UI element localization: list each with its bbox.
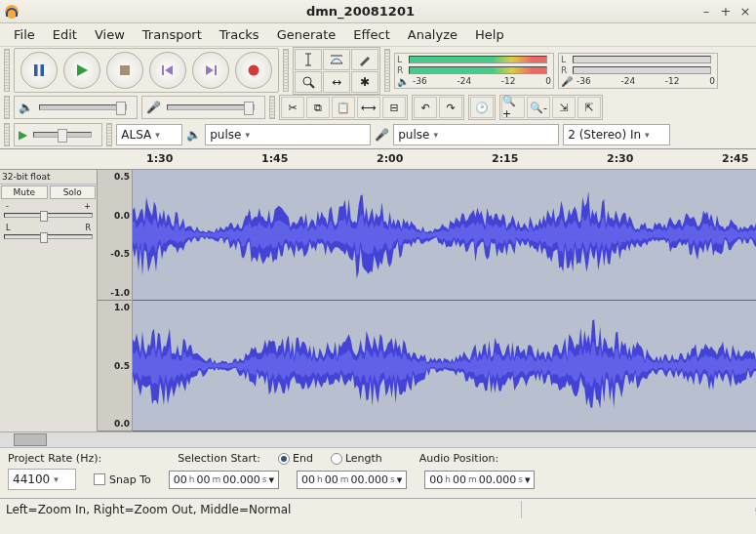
- gain-slider[interactable]: -+: [0, 200, 97, 222]
- scrollbar-thumb[interactable]: [14, 433, 47, 446]
- horizontal-scrollbar[interactable]: [0, 431, 756, 447]
- menu-analyze[interactable]: Analyze: [400, 25, 465, 44]
- snap-to-checkbox[interactable]: Snap To: [94, 473, 151, 486]
- copy-button[interactable]: ⧉: [306, 97, 330, 118]
- selection-toolbar: Project Rate (Hz): Selection Start: End …: [0, 447, 756, 498]
- multi-tool[interactable]: ✱: [351, 71, 378, 93]
- menu-edit[interactable]: Edit: [45, 25, 85, 44]
- input-device-combo[interactable]: pulse▾: [393, 124, 559, 145]
- end-radio[interactable]: End: [278, 452, 313, 465]
- input-volume[interactable]: 🎤: [141, 96, 265, 119]
- skip-start-button[interactable]: [149, 52, 186, 89]
- minimize-button[interactable]: –: [699, 4, 713, 19]
- secondary-toolbar-row: 🔈 🎤 ✂ ⧉ 📋 ⟷ ⊟ ↶ ↷ 🕑 🔍+ 🔍- ⇲ ⇱: [0, 94, 756, 121]
- titlebar: dmn_20081201 – + ×: [0, 0, 756, 23]
- menu-transport[interactable]: Transport: [135, 25, 210, 44]
- menu-help[interactable]: Help: [467, 25, 512, 44]
- playback-meter[interactable]: L R 🔈-36-24-120: [394, 53, 554, 89]
- menu-file[interactable]: File: [6, 25, 43, 44]
- menu-effect[interactable]: Effect: [345, 25, 397, 44]
- waveform-channel-right[interactable]: [133, 301, 756, 431]
- speed-slider[interactable]: [33, 132, 92, 138]
- solo-button[interactable]: Solo: [50, 185, 97, 199]
- audio-position-label: Audio Position:: [419, 452, 498, 465]
- timeline-ruler[interactable]: 1:30 1:45 2:00 2:15 2:30 2:45: [0, 148, 756, 170]
- pan-slider[interactable]: LR: [0, 222, 97, 243]
- input-slider[interactable]: [167, 104, 255, 110]
- zoom-tool[interactable]: [295, 71, 322, 93]
- stop-button[interactable]: [106, 52, 143, 89]
- toolbar-grip[interactable]: [4, 96, 10, 119]
- zoom-out-button[interactable]: 🔍-: [527, 97, 550, 118]
- speaker-icon: 🔈: [397, 76, 409, 87]
- play-speed-icon[interactable]: ▶: [19, 128, 27, 142]
- output-slider[interactable]: [39, 104, 127, 110]
- svg-rect-6: [120, 65, 130, 75]
- close-button[interactable]: ×: [738, 4, 752, 19]
- mute-button[interactable]: Mute: [1, 185, 48, 199]
- silence-button[interactable]: ⊟: [382, 97, 406, 118]
- pause-button[interactable]: [20, 52, 58, 89]
- speaker-icon: 🔈: [19, 101, 33, 114]
- svg-rect-2: [16, 13, 18, 17]
- toolbar-grip[interactable]: [106, 123, 112, 146]
- status-secondary: [522, 508, 756, 512]
- svg-rect-3: [34, 64, 38, 76]
- draw-tool[interactable]: [351, 49, 378, 70]
- toolbar-grip[interactable]: [283, 49, 289, 92]
- toolbar-grip[interactable]: [269, 96, 275, 119]
- timeshift-tool[interactable]: ↔: [323, 71, 350, 93]
- menu-view[interactable]: View: [87, 25, 133, 44]
- output-device-combo[interactable]: pulse▾: [205, 124, 371, 145]
- fit-selection-button[interactable]: ⇲: [552, 97, 576, 118]
- audacity-icon: [4, 4, 20, 20]
- audio-position-time[interactable]: 00h 00m 00.000s▾: [424, 471, 535, 489]
- svg-point-11: [249, 65, 259, 76]
- undo-button[interactable]: ↶: [414, 97, 437, 118]
- output-volume[interactable]: 🔈: [14, 96, 138, 119]
- toolbar-grip[interactable]: [384, 49, 390, 92]
- vertical-ruler[interactable]: 0.5 0.0 -0.5 -1.0 1.0 0.5 0.0: [98, 170, 133, 431]
- record-meter[interactable]: L R 🎤-36-24-120: [558, 53, 718, 89]
- svg-marker-8: [165, 65, 173, 75]
- svg-rect-1: [6, 13, 8, 17]
- sync-lock-button[interactable]: 🕑: [470, 97, 494, 118]
- speaker-icon: 🔈: [186, 128, 201, 142]
- transport-controls: [14, 48, 279, 93]
- track-area: 32-bit float Mute Solo -+ LR 0.5 0.0 -0.…: [0, 170, 756, 431]
- menu-generate[interactable]: Generate: [269, 25, 344, 44]
- track-format[interactable]: 32-bit float: [0, 170, 97, 185]
- menu-tracks[interactable]: Tracks: [212, 25, 267, 44]
- paste-button[interactable]: 📋: [332, 97, 355, 118]
- trim-button[interactable]: ⟷: [357, 97, 380, 118]
- svg-point-17: [303, 77, 311, 85]
- toolbar-grip[interactable]: [4, 49, 10, 92]
- toolbar-grip[interactable]: [4, 123, 10, 146]
- host-combo[interactable]: ALSA▾: [116, 124, 182, 145]
- mic-icon: 🎤: [561, 76, 573, 87]
- window-title: dmn_20081201: [27, 4, 694, 19]
- selection-start-time[interactable]: 00h 00m 00.000s▾: [169, 471, 279, 489]
- play-button[interactable]: [63, 52, 100, 89]
- cut-button[interactable]: ✂: [281, 97, 304, 118]
- selection-end-time[interactable]: 00h 00m 00.000s▾: [297, 471, 407, 489]
- input-channels-combo[interactable]: 2 (Stereo) In▾: [563, 124, 670, 145]
- redo-button[interactable]: ↷: [439, 97, 462, 118]
- envelope-tool[interactable]: [323, 49, 350, 70]
- selection-tool[interactable]: [295, 49, 322, 70]
- undo-toolbar: ↶ ↷: [412, 95, 464, 120]
- record-button[interactable]: [235, 52, 272, 89]
- zoom-in-button[interactable]: 🔍+: [501, 97, 525, 118]
- maximize-button[interactable]: +: [719, 4, 733, 19]
- waveform-display[interactable]: [133, 170, 756, 431]
- mic-icon: 🎤: [146, 101, 161, 114]
- project-rate-combo[interactable]: 44100▾: [8, 469, 76, 490]
- svg-rect-4: [41, 64, 45, 76]
- svg-rect-9: [215, 65, 217, 75]
- fit-project-button[interactable]: ⇱: [577, 97, 601, 118]
- waveform-channel-left[interactable]: [133, 170, 756, 301]
- selection-start-label: Selection Start:: [178, 452, 260, 465]
- skip-end-button[interactable]: [192, 52, 229, 89]
- track-control-panel: 32-bit float Mute Solo -+ LR: [0, 170, 98, 431]
- length-radio[interactable]: Length: [331, 452, 382, 465]
